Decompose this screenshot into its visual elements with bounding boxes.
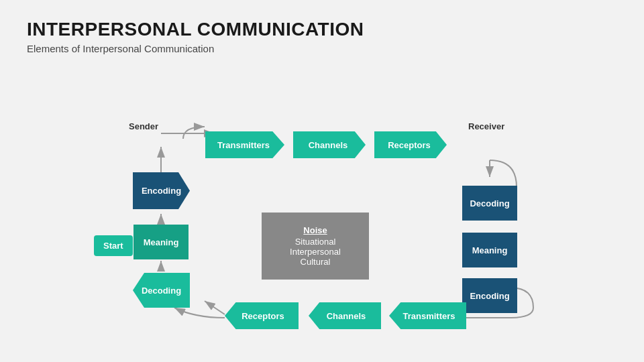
top-transmitters: Transmitters xyxy=(205,131,284,158)
arrows-svg xyxy=(27,66,617,328)
bottom-transmitters: Transmitters xyxy=(389,302,466,329)
slide: INTERPERSONAL COMMUNICATION Elements of … xyxy=(0,0,644,362)
left-encoding: Encoding xyxy=(133,172,190,209)
top-channels: Channels xyxy=(293,131,366,158)
subtitle: Elements of Interpersonal Communication xyxy=(27,43,617,54)
sender-label: Sender xyxy=(129,121,158,131)
right-decoding: Decoding xyxy=(462,186,517,221)
right-encoding: Encoding xyxy=(462,278,517,313)
left-decoding: Decoding xyxy=(133,273,190,308)
left-meaning: Meaning xyxy=(133,225,189,259)
right-meaning: Meaning xyxy=(462,233,517,267)
noise-box: Noise Situational Interpersonal Cultural xyxy=(262,213,369,280)
bottom-channels: Channels xyxy=(309,302,381,329)
bottom-receptors: Receptors xyxy=(225,302,299,329)
receiver-label: Receiver xyxy=(468,121,504,131)
svg-line-7 xyxy=(205,301,225,314)
main-title: INTERPERSONAL COMMUNICATION xyxy=(27,19,617,40)
diagram-area: Sender Receiver Transmitters Channels Re… xyxy=(27,66,617,328)
top-receptors: Receptors xyxy=(374,131,447,158)
start-badge: Start xyxy=(94,235,133,256)
